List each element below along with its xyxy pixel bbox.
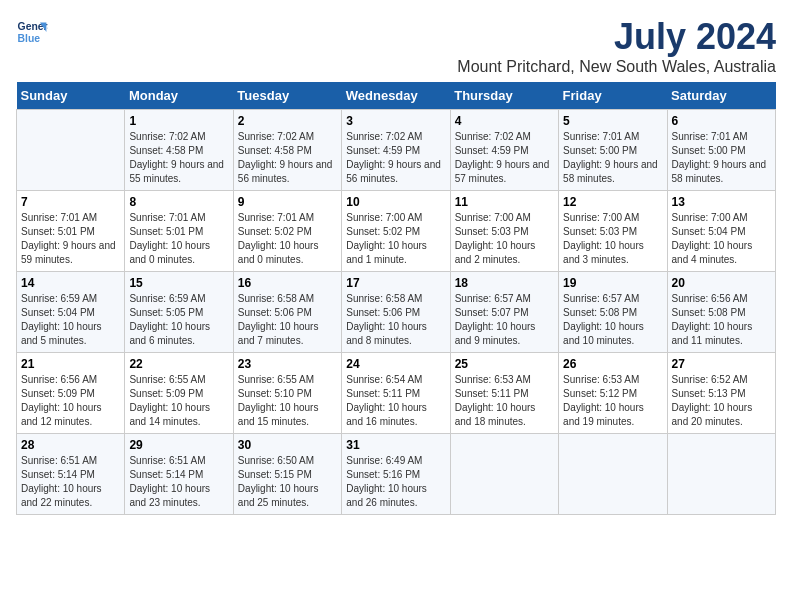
col-header-tuesday: Tuesday [233,82,341,110]
calendar-cell: 14 Sunrise: 6:59 AMSunset: 5:04 PMDaylig… [17,272,125,353]
calendar-cell [450,434,558,515]
calendar-cell: 17 Sunrise: 6:58 AMSunset: 5:06 PMDaylig… [342,272,450,353]
calendar-cell: 13 Sunrise: 7:00 AMSunset: 5:04 PMDaylig… [667,191,775,272]
col-header-saturday: Saturday [667,82,775,110]
calendar-cell: 9 Sunrise: 7:01 AMSunset: 5:02 PMDayligh… [233,191,341,272]
header: General Blue July 2024 Mount Pritchard, … [16,16,776,76]
subtitle: Mount Pritchard, New South Wales, Austra… [457,58,776,76]
day-number: 17 [346,276,445,290]
day-info: Sunrise: 7:01 AMSunset: 5:00 PMDaylight:… [672,130,771,186]
day-number: 5 [563,114,662,128]
calendar-cell: 28 Sunrise: 6:51 AMSunset: 5:14 PMDaylig… [17,434,125,515]
calendar-cell: 27 Sunrise: 6:52 AMSunset: 5:13 PMDaylig… [667,353,775,434]
calendar-cell: 22 Sunrise: 6:55 AMSunset: 5:09 PMDaylig… [125,353,233,434]
day-info: Sunrise: 7:02 AMSunset: 4:58 PMDaylight:… [129,130,228,186]
day-info: Sunrise: 7:00 AMSunset: 5:03 PMDaylight:… [563,211,662,267]
day-info: Sunrise: 7:01 AMSunset: 5:01 PMDaylight:… [129,211,228,267]
calendar-table: SundayMondayTuesdayWednesdayThursdayFrid… [16,82,776,515]
col-header-wednesday: Wednesday [342,82,450,110]
day-info: Sunrise: 7:02 AMSunset: 4:59 PMDaylight:… [455,130,554,186]
calendar-cell: 12 Sunrise: 7:00 AMSunset: 5:03 PMDaylig… [559,191,667,272]
day-info: Sunrise: 6:56 AMSunset: 5:09 PMDaylight:… [21,373,120,429]
day-number: 18 [455,276,554,290]
calendar-cell: 15 Sunrise: 6:59 AMSunset: 5:05 PMDaylig… [125,272,233,353]
day-number: 19 [563,276,662,290]
day-info: Sunrise: 6:58 AMSunset: 5:06 PMDaylight:… [346,292,445,348]
day-number: 26 [563,357,662,371]
col-header-monday: Monday [125,82,233,110]
day-number: 15 [129,276,228,290]
calendar-cell: 31 Sunrise: 6:49 AMSunset: 5:16 PMDaylig… [342,434,450,515]
calendar-cell: 23 Sunrise: 6:55 AMSunset: 5:10 PMDaylig… [233,353,341,434]
day-number: 7 [21,195,120,209]
col-header-sunday: Sunday [17,82,125,110]
calendar-cell [559,434,667,515]
day-info: Sunrise: 6:56 AMSunset: 5:08 PMDaylight:… [672,292,771,348]
calendar-cell: 16 Sunrise: 6:58 AMSunset: 5:06 PMDaylig… [233,272,341,353]
day-number: 21 [21,357,120,371]
calendar-cell: 30 Sunrise: 6:50 AMSunset: 5:15 PMDaylig… [233,434,341,515]
calendar-cell: 5 Sunrise: 7:01 AMSunset: 5:00 PMDayligh… [559,110,667,191]
calendar-cell: 20 Sunrise: 6:56 AMSunset: 5:08 PMDaylig… [667,272,775,353]
week-row-4: 21 Sunrise: 6:56 AMSunset: 5:09 PMDaylig… [17,353,776,434]
day-number: 24 [346,357,445,371]
day-info: Sunrise: 6:52 AMSunset: 5:13 PMDaylight:… [672,373,771,429]
calendar-cell [17,110,125,191]
day-number: 20 [672,276,771,290]
day-number: 6 [672,114,771,128]
day-number: 31 [346,438,445,452]
calendar-cell: 7 Sunrise: 7:01 AMSunset: 5:01 PMDayligh… [17,191,125,272]
day-number: 25 [455,357,554,371]
day-info: Sunrise: 7:01 AMSunset: 5:02 PMDaylight:… [238,211,337,267]
day-info: Sunrise: 6:53 AMSunset: 5:12 PMDaylight:… [563,373,662,429]
day-number: 27 [672,357,771,371]
calendar-cell: 2 Sunrise: 7:02 AMSunset: 4:58 PMDayligh… [233,110,341,191]
calendar-cell: 1 Sunrise: 7:02 AMSunset: 4:58 PMDayligh… [125,110,233,191]
day-number: 13 [672,195,771,209]
day-number: 16 [238,276,337,290]
calendar-cell: 24 Sunrise: 6:54 AMSunset: 5:11 PMDaylig… [342,353,450,434]
day-number: 28 [21,438,120,452]
calendar-cell: 19 Sunrise: 6:57 AMSunset: 5:08 PMDaylig… [559,272,667,353]
day-info: Sunrise: 6:57 AMSunset: 5:07 PMDaylight:… [455,292,554,348]
col-header-friday: Friday [559,82,667,110]
day-info: Sunrise: 6:53 AMSunset: 5:11 PMDaylight:… [455,373,554,429]
col-header-thursday: Thursday [450,82,558,110]
day-number: 22 [129,357,228,371]
title-area: July 2024 Mount Pritchard, New South Wal… [457,16,776,76]
day-number: 8 [129,195,228,209]
week-row-3: 14 Sunrise: 6:59 AMSunset: 5:04 PMDaylig… [17,272,776,353]
day-number: 2 [238,114,337,128]
day-info: Sunrise: 6:51 AMSunset: 5:14 PMDaylight:… [129,454,228,510]
day-number: 23 [238,357,337,371]
day-number: 10 [346,195,445,209]
main-title: July 2024 [457,16,776,58]
calendar-cell: 21 Sunrise: 6:56 AMSunset: 5:09 PMDaylig… [17,353,125,434]
day-info: Sunrise: 6:50 AMSunset: 5:15 PMDaylight:… [238,454,337,510]
week-row-5: 28 Sunrise: 6:51 AMSunset: 5:14 PMDaylig… [17,434,776,515]
day-info: Sunrise: 6:59 AMSunset: 5:05 PMDaylight:… [129,292,228,348]
calendar-cell: 29 Sunrise: 6:51 AMSunset: 5:14 PMDaylig… [125,434,233,515]
day-info: Sunrise: 6:57 AMSunset: 5:08 PMDaylight:… [563,292,662,348]
day-number: 9 [238,195,337,209]
day-number: 1 [129,114,228,128]
calendar-cell: 8 Sunrise: 7:01 AMSunset: 5:01 PMDayligh… [125,191,233,272]
day-info: Sunrise: 6:55 AMSunset: 5:09 PMDaylight:… [129,373,228,429]
day-info: Sunrise: 7:01 AMSunset: 5:00 PMDaylight:… [563,130,662,186]
day-info: Sunrise: 6:49 AMSunset: 5:16 PMDaylight:… [346,454,445,510]
calendar-cell: 10 Sunrise: 7:00 AMSunset: 5:02 PMDaylig… [342,191,450,272]
day-info: Sunrise: 6:59 AMSunset: 5:04 PMDaylight:… [21,292,120,348]
calendar-cell: 25 Sunrise: 6:53 AMSunset: 5:11 PMDaylig… [450,353,558,434]
day-number: 30 [238,438,337,452]
calendar-cell: 18 Sunrise: 6:57 AMSunset: 5:07 PMDaylig… [450,272,558,353]
day-info: Sunrise: 6:54 AMSunset: 5:11 PMDaylight:… [346,373,445,429]
day-info: Sunrise: 7:01 AMSunset: 5:01 PMDaylight:… [21,211,120,267]
day-info: Sunrise: 7:00 AMSunset: 5:03 PMDaylight:… [455,211,554,267]
week-row-2: 7 Sunrise: 7:01 AMSunset: 5:01 PMDayligh… [17,191,776,272]
day-number: 14 [21,276,120,290]
day-number: 4 [455,114,554,128]
header-row: SundayMondayTuesdayWednesdayThursdayFrid… [17,82,776,110]
calendar-cell: 6 Sunrise: 7:01 AMSunset: 5:00 PMDayligh… [667,110,775,191]
day-number: 29 [129,438,228,452]
svg-text:Blue: Blue [18,33,41,44]
